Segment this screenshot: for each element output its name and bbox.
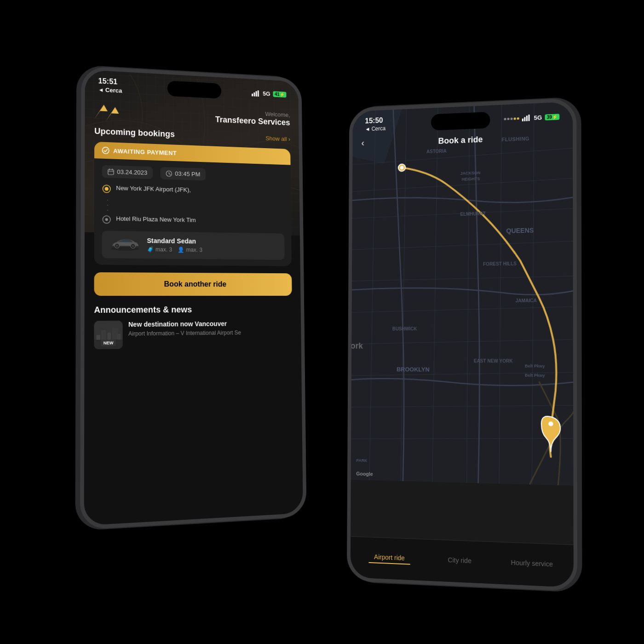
back-chevron-front[interactable]: ‹ [362, 138, 364, 148]
tab-city-ride[interactable]: City ride [424, 550, 495, 573]
svg-rect-67 [522, 119, 523, 121]
svg-rect-1 [253, 92, 255, 96]
ride-type-tabs: Airport ride City ride Hourly service [351, 536, 574, 587]
tab-airport-label: Airport ride [355, 552, 424, 562]
svg-rect-68 [524, 117, 525, 121]
svg-text:JACKSON: JACKSON [460, 171, 481, 176]
announcements-title: Announcements & news [94, 305, 192, 315]
chevron-left-icon: ◄ [98, 86, 104, 93]
pickup-location: New York JFK Airport (JFK), [116, 184, 191, 194]
signal-icon [252, 90, 260, 96]
announcement-desc-text: Airport Information – V International Ai… [128, 328, 293, 338]
svg-rect-69 [526, 115, 527, 121]
announcement-thumbnail: NEW [94, 321, 122, 349]
page-title-text: Book a ride [438, 135, 483, 145]
bookings-title: Upcoming bookings [94, 126, 175, 139]
book-another-ride-button[interactable]: Book another ride [94, 272, 292, 295]
tab-airport-underline [368, 562, 410, 564]
svg-text:JAMAICA: JAMAICA [516, 298, 537, 304]
status-icons-front: 5G 39⚡ [504, 113, 559, 122]
network-front: 5G [534, 114, 542, 121]
svg-text:ELMHURST: ELMHURST [460, 211, 485, 217]
svg-text:EAST NEW YORK: EAST NEW YORK [474, 358, 513, 364]
tab-hourly-label: Hourly service [495, 558, 569, 569]
svg-text:PARK: PARK [356, 458, 367, 463]
svg-rect-70 [528, 115, 529, 121]
time-chip: 03:45 PM [160, 167, 206, 181]
passenger-info: 👤 max. 3 [178, 247, 202, 253]
svg-marker-5 [106, 107, 119, 122]
booking-date: 03.24.2023 [117, 168, 147, 176]
svg-line-13 [169, 173, 170, 174]
booking-card: AWAITING PAYMENT 03.24.2 [94, 142, 292, 266]
svg-rect-2 [255, 91, 257, 97]
signal-icon-front [522, 115, 531, 121]
battery-front: 39⚡ [545, 114, 559, 120]
svg-rect-23 [123, 240, 130, 242]
signal-bars-front [504, 117, 519, 120]
scene: 15:51 ◄ Cerca 5G 41⚡ [69, 46, 575, 598]
phone-front: FLUSHING ASTORIA JACKSON HEIGHTS ELMHURS… [347, 98, 577, 592]
svg-point-17 [105, 218, 108, 221]
volume-down-button[interactable] [80, 155, 82, 172]
svg-text:BROOKLYN: BROOKLYN [397, 366, 430, 373]
car-info-row: Standard Sedan 🧳 max. 3 👤 max. 3 [102, 230, 284, 260]
booking-time: 03:45 PM [175, 170, 200, 178]
status-icons-back: 5G 41⚡ [252, 90, 287, 98]
volume-up-button[interactable] [80, 134, 82, 151]
car-icon [109, 235, 142, 252]
front-volume-up-button[interactable] [348, 178, 350, 196]
svg-text:Belt Pkwy: Belt Pkwy [525, 363, 545, 368]
dropoff-location: Hotel Riu Plaza New York Tim [116, 215, 196, 224]
car-name-label: Standard Sedan [147, 237, 279, 246]
tab-hourly-service[interactable]: Hourly service [495, 553, 569, 576]
power-button[interactable] [302, 156, 304, 183]
back-button-back[interactable]: ◄ Cerca [98, 86, 122, 94]
svg-point-15 [105, 187, 109, 190]
phone-back: 15:51 ◄ Cerca 5G 41⚡ [80, 66, 306, 529]
time-display-back: 15:51 [98, 77, 117, 86]
awaiting-payment-label: AWAITING PAYMENT [113, 147, 177, 156]
front-power-button[interactable] [575, 185, 577, 215]
svg-point-6 [103, 147, 109, 154]
dynamic-island [167, 80, 222, 98]
clock-icon [166, 170, 172, 177]
tab-city-label: City ride [424, 555, 495, 565]
car-meta-info: 🧳 max. 3 👤 max. 3 [147, 246, 279, 254]
battery-indicator-back: 41⚡ [273, 91, 286, 98]
svg-text:BUSHWICK: BUSHWICK [392, 326, 417, 331]
show-all-link[interactable]: Show all › [265, 135, 290, 143]
date-chip: 03.24.2023 [102, 165, 153, 179]
map-svg: FLUSHING ASTORIA JACKSON HEIGHTS ELMHURS… [351, 102, 574, 486]
luggage-info: 🧳 max. 3 [147, 246, 172, 253]
calendar-icon [108, 168, 114, 175]
svg-text:HEIGHTS: HEIGHTS [462, 176, 480, 181]
svg-rect-3 [257, 90, 259, 97]
dropoff-icon [102, 214, 111, 224]
map-view[interactable]: FLUSHING ASTORIA JACKSON HEIGHTS ELMHURS… [351, 102, 574, 486]
svg-text:FOREST HILLS: FOREST HILLS [483, 261, 517, 266]
pickup-icon [102, 184, 111, 194]
time-display-front: 15:50 [365, 116, 383, 125]
tab-airport-ride[interactable]: Airport ride [355, 547, 424, 569]
svg-rect-0 [252, 93, 253, 96]
route-info: New York JFK Airport (JFK), ··· Hotel Ri… [102, 184, 284, 227]
phone-back-content: Welcome, Transfeero Services Upcoming bo… [84, 98, 303, 526]
app-logo [94, 103, 119, 124]
route-connector: ··· [107, 197, 284, 217]
svg-text:Belt Pkwy: Belt Pkwy [525, 373, 545, 378]
network-label-back: 5G [263, 90, 270, 97]
check-circle-icon [102, 147, 109, 155]
svg-marker-4 [94, 104, 108, 120]
svg-text:York: York [351, 341, 363, 351]
announcement-title-text: New destination now Vancouver [128, 319, 292, 328]
announcements-header: Announcements & news [94, 305, 292, 315]
chevron-left-front-icon: ◄ [365, 126, 370, 132]
svg-rect-7 [108, 169, 114, 174]
svg-text:QUEENS: QUEENS [506, 227, 534, 235]
svg-text:Google: Google [356, 471, 373, 477]
front-volume-down-button[interactable] [348, 200, 350, 217]
announcement-item[interactable]: NEW New destination now Vancouver Airpor… [94, 319, 292, 349]
new-badge-label: NEW [101, 339, 116, 346]
back-btn-front[interactable]: ◄ Cerca [365, 125, 385, 132]
